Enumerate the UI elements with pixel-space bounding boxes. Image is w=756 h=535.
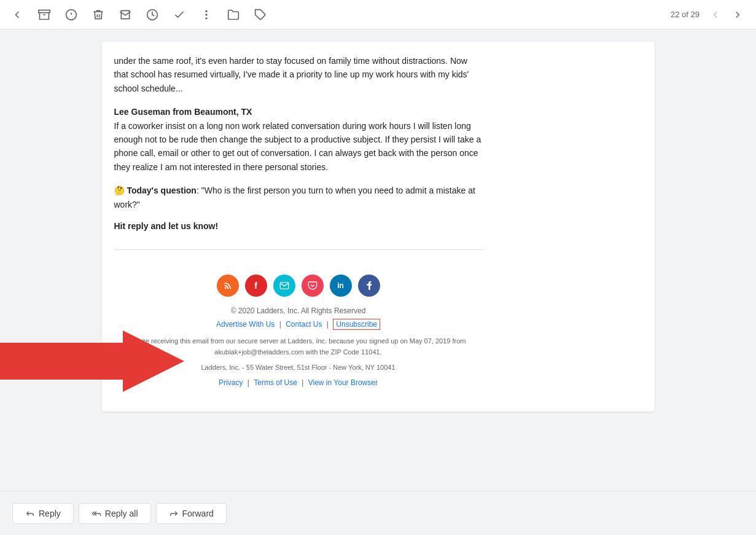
forward-label: Forward [182, 509, 214, 518]
toolbar: 22 of 29 [0, 0, 756, 29]
contact-link[interactable]: Contact Us [286, 320, 322, 329]
svg-point-6 [205, 10, 207, 12]
folder-button[interactable] [226, 7, 241, 22]
pagination-text: 22 of 29 [671, 10, 699, 19]
prev-email-button[interactable] [707, 6, 724, 23]
next-email-button[interactable] [729, 6, 746, 23]
email-intro-text: under the same roof, it's even harder to… [114, 54, 483, 95]
reply-icon [25, 509, 35, 518]
svg-rect-0 [39, 10, 50, 12]
facebook-icon[interactable] [358, 275, 380, 297]
today-question: 🤔 Today's question: "Who is the first pe… [114, 184, 483, 211]
label-button[interactable] [253, 7, 268, 22]
forward-icon [169, 509, 179, 518]
reply-button[interactable]: Reply [12, 503, 74, 524]
email-container: under the same roof, it's even harder to… [102, 42, 655, 412]
back-button[interactable] [10, 7, 25, 22]
reply-all-label: Reply all [105, 509, 138, 518]
footer-address: Ladders, Inc. - 55 Water Street, 51st Fl… [127, 362, 470, 373]
linkedin-icon[interactable]: in [330, 275, 352, 297]
question-label: Today's question [127, 185, 197, 195]
terms-link[interactable]: Terms of Use [254, 378, 297, 387]
footer-links: Advertise With Us | Contact Us | Unsubsc… [127, 320, 470, 329]
svg-point-7 [205, 14, 207, 15]
email-wrapper: under the same roof, it's even harder to… [0, 29, 756, 424]
rss-icon[interactable] [217, 275, 239, 297]
reply-all-button[interactable]: Reply all [79, 503, 151, 524]
check-button[interactable] [172, 7, 187, 22]
bottom-action-bar: Reply Reply all Forward [0, 491, 756, 535]
report-button[interactable] [64, 7, 79, 22]
flipboard-icon[interactable]: f [245, 275, 267, 297]
privacy-link[interactable]: Privacy [219, 378, 243, 387]
forward-button[interactable]: Forward [156, 503, 227, 524]
mail-button[interactable] [118, 7, 133, 22]
view-browser-link[interactable]: View in Your Browser [308, 378, 378, 387]
unsubscribe-link[interactable]: Unsubscribe [333, 319, 380, 330]
social-icons-row: f in [127, 275, 470, 297]
more-button[interactable] [199, 7, 214, 22]
delete-button[interactable] [91, 7, 106, 22]
hit-reply-cta: Hit reply and let us know! [114, 221, 483, 231]
toolbar-left [10, 7, 671, 22]
pocket-icon[interactable] [302, 275, 324, 297]
archive-button[interactable] [37, 7, 52, 22]
author-name: Lee Guseman from Beaumont, TX [114, 107, 252, 117]
author-response: Lee Guseman from Beaumont, TX If a cowor… [114, 105, 483, 174]
reply-label: Reply [39, 509, 61, 518]
toolbar-right: 22 of 29 [671, 6, 746, 23]
clock-button[interactable] [145, 7, 160, 22]
email-social-icon[interactable] [273, 275, 295, 297]
footer-copyright: © 2020 Ladders, Inc. All Rights Reserved [127, 307, 470, 315]
reply-all-icon [92, 509, 101, 518]
advertise-link[interactable]: Advertise With Us [216, 320, 275, 329]
email-divider [114, 249, 483, 250]
email-scroll-area: under the same roof, it's even harder to… [0, 29, 756, 491]
email-footer: f in [114, 262, 483, 399]
footer-privacy-links: Privacy | Terms of Use | View in Your Br… [127, 378, 470, 387]
email-body: under the same roof, it's even harder to… [102, 42, 655, 412]
footer-receiving-text: You're receiving this email from our sec… [127, 336, 470, 357]
svg-point-8 [205, 17, 207, 19]
